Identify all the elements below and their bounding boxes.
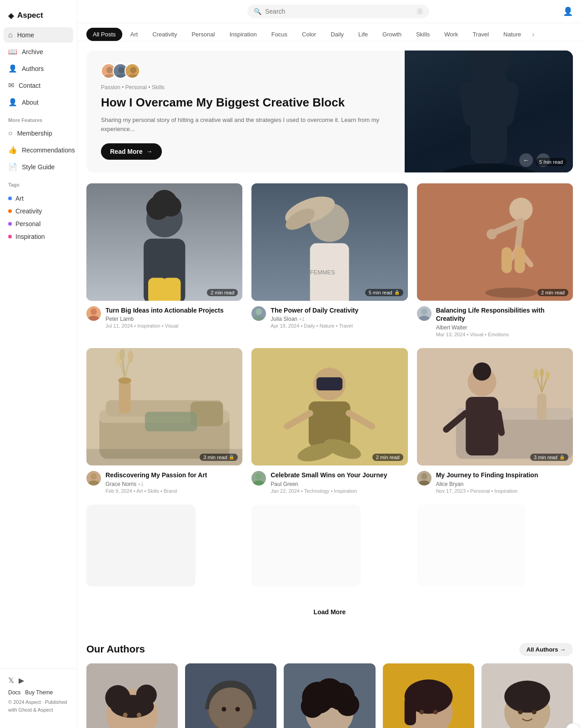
article-date-5: Jan 22, 2024 • Technology • Inspiration [271, 488, 387, 494]
tab-color[interactable]: Color [296, 28, 322, 41]
svg-rect-32 [417, 183, 573, 301]
article-info-4: Rediscovering My Passion for Art Grace N… [105, 471, 207, 494]
sidebar-item-contact-label: Contact [19, 82, 40, 89]
category-tabs: All Posts Art Creativity Personal Inspir… [77, 23, 582, 41]
author-avatar-4 [86, 471, 101, 485]
author-card-5[interactable]: Albert Walter [482, 663, 573, 728]
docs-link[interactable]: Docs [8, 689, 20, 696]
authors-icon: 👤 [8, 64, 17, 73]
tag-personal[interactable]: Personal [4, 217, 73, 230]
load-more-button[interactable]: Load More [305, 605, 355, 619]
tag-creativity[interactable]: Creativity [4, 205, 73, 217]
sidebar-item-authors-label: Authors [22, 65, 44, 72]
svg-point-59 [90, 473, 97, 480]
home-icon: ⌂ [8, 31, 13, 39]
tag-creativity-label: Creativity [15, 207, 42, 215]
membership-label: Membership [17, 130, 52, 137]
article-thumb-3: 2 min read [417, 183, 573, 301]
article-title-1: Turn Big Ideas into Actionable Projects [105, 306, 224, 315]
tab-travel[interactable]: Travel [466, 28, 495, 41]
hero-arrow-icon: → [146, 148, 153, 155]
tab-daily[interactable]: Daily [324, 28, 350, 41]
sidebar-item-home[interactable]: ⌂ Home [4, 27, 73, 43]
article-title-3: Balancing Life Responsibilities with Cre… [436, 306, 573, 324]
sidebar-item-membership[interactable]: ○ Membership [4, 126, 73, 141]
svg-point-76 [473, 363, 491, 381]
svg-point-110 [336, 693, 359, 716]
authors-title: Our Authors [86, 643, 145, 655]
tab-all-posts[interactable]: All Posts [86, 28, 122, 41]
sidebar: ◈ Aspect ⌂ Home 📖 Archive 👤 Authors ✉ Co… [0, 0, 77, 728]
membership-icon: ○ [8, 129, 13, 137]
author-photo-3 [284, 663, 375, 728]
article-title-2: The Power of Daily Creativity [271, 306, 358, 315]
article-date-6: Nov 17, 2023 • Personal • Inspiration [436, 488, 538, 494]
svg-point-41 [485, 288, 537, 298]
recommendations-icon: 👍 [8, 146, 17, 154]
author-card-3[interactable]: Julia Sloan [284, 663, 375, 728]
svg-text:FEMMES: FEMMES [310, 269, 335, 276]
article-card-4[interactable]: 3 min read 🔒 Rediscovering My Passion fo… [86, 348, 242, 493]
tab-nature[interactable]: Nature [497, 28, 527, 41]
tab-inspiration[interactable]: Inspiration [223, 28, 263, 41]
tab-skills[interactable]: Skills [410, 28, 436, 41]
about-icon: 👤 [8, 98, 17, 106]
search-bar[interactable]: 🔍 / [247, 5, 429, 18]
search-input[interactable] [265, 8, 413, 15]
twitter-icon[interactable]: 𝕏 [8, 676, 14, 685]
sidebar-item-recommendations[interactable]: 👍 Recommendations [4, 142, 73, 158]
author-card-2[interactable]: Hillary Ray [185, 663, 276, 728]
author-card-1[interactable]: Grace Norris [86, 663, 178, 728]
tabs-more-icon[interactable]: › [529, 29, 537, 40]
article-card-6[interactable]: 3 min read 🔒 My Journey to Finding Inspi… [417, 348, 573, 493]
svg-point-111 [301, 695, 324, 718]
hero-cta-label: Read More [110, 148, 143, 155]
footer-links: Docs Buy Theme [8, 689, 69, 696]
articles-row-1: 2 min read Turn Big Ideas into Actionabl… [86, 183, 573, 337]
user-icon[interactable]: 👤 [563, 6, 573, 16]
sidebar-item-about-label: About [22, 99, 39, 106]
sidebar-item-style-guide[interactable]: 📄 Style Guide [4, 159, 73, 175]
tab-focus[interactable]: Focus [265, 28, 294, 41]
all-authors-button[interactable]: All Authors → [519, 643, 573, 656]
hero-read-more-button[interactable]: Read More → [101, 143, 162, 160]
tab-creativity[interactable]: Creativity [146, 28, 183, 41]
svg-point-97 [137, 713, 141, 717]
buy-theme-link[interactable]: Buy Theme [25, 689, 53, 696]
brand-logo[interactable]: ◈ Aspect [0, 7, 77, 27]
hero-prev-btn[interactable]: ← [519, 153, 533, 167]
svg-point-29 [256, 308, 262, 315]
sidebar-item-archive[interactable]: 📖 Archive [4, 44, 73, 60]
author-card-4[interactable]: Alice Bryan [383, 663, 474, 728]
sidebar-item-authors[interactable]: 👤 Authors [4, 61, 73, 76]
svg-point-43 [419, 316, 430, 321]
article-card-1[interactable]: 2 min read Turn Big Ideas into Actionabl… [86, 183, 242, 337]
sidebar-item-about[interactable]: 👤 About [4, 94, 73, 110]
youtube-icon[interactable]: ▶ [19, 676, 24, 685]
article-card-3[interactable]: 2 min read Balancing Life Responsibiliti… [417, 183, 573, 337]
read-time-2: 5 min read 🔒 [365, 289, 403, 296]
svg-point-103 [222, 707, 226, 711]
authors-grid: Grace Norris [86, 663, 573, 728]
tag-art[interactable]: Art [4, 192, 73, 205]
article-card-2[interactable]: FEMMES 5 min read 🔒 The Power of Daily C… [251, 183, 407, 337]
article-date-4: Feb 9, 2024 • Art • Skills • Brand [105, 488, 207, 494]
sidebar-nav: ⌂ Home 📖 Archive 👤 Authors ✉ Contact 👤 A… [0, 27, 77, 111]
authors-section: Our Authors All Authors → [77, 643, 582, 728]
sidebar-item-contact[interactable]: ✉ Contact [4, 77, 73, 93]
tab-personal[interactable]: Personal [185, 28, 221, 41]
tab-work[interactable]: Work [438, 28, 464, 41]
tab-growth[interactable]: Growth [376, 28, 408, 41]
svg-point-104 [236, 707, 240, 711]
header: 🔍 / 👤 [77, 0, 582, 23]
social-links: 𝕏 ▶ [8, 676, 69, 685]
hero-avatar-3 [125, 63, 140, 79]
article-card-5[interactable]: 2 min read Celebrate Small Wins on Your … [251, 348, 407, 493]
svg-point-70 [256, 473, 262, 480]
search-icon: 🔍 [254, 8, 261, 15]
contact-icon: ✉ [8, 81, 14, 90]
tab-art[interactable]: Art [124, 28, 145, 41]
tab-life[interactable]: Life [352, 28, 374, 41]
author-avatar-3 [417, 306, 431, 321]
tag-inspiration[interactable]: Inspiration [4, 230, 73, 243]
